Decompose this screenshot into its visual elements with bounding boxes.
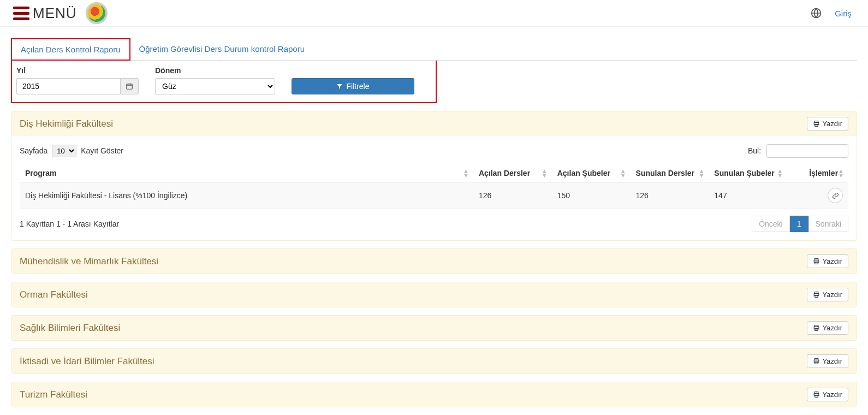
- cell-sunulan-dersler: 126: [631, 182, 709, 209]
- page-1[interactable]: 1: [790, 216, 808, 232]
- page-next[interactable]: Sonraki: [808, 216, 848, 232]
- filter-button[interactable]: Filtrele: [292, 78, 414, 94]
- faculty-panel-expanded: Diş Hekimliği Fakültesi Yazdır Sayfada 1…: [11, 111, 857, 241]
- panel-heading[interactable]: Diş Hekimliği Fakültesi Yazdır: [11, 111, 857, 136]
- sort-icon: ▲▼: [777, 169, 782, 177]
- print-icon: [813, 258, 820, 265]
- print-button[interactable]: Yazdır: [807, 254, 848, 268]
- print-button[interactable]: Yazdır: [807, 321, 848, 335]
- panel-title: Sağlık Bilimleri Fakültesi: [20, 323, 120, 334]
- search-input[interactable]: [766, 144, 848, 158]
- filter-term: Dönem Güz: [155, 66, 275, 94]
- panel-heading[interactable]: Orman Fakültesi Yazdır: [11, 282, 857, 307]
- year-input[interactable]: [16, 78, 120, 94]
- faculty-panel: Orman Fakültesi Yazdır: [11, 282, 857, 307]
- page-length-select[interactable]: 10: [52, 145, 76, 157]
- filter-year: Yıl: [16, 66, 139, 94]
- calendar-icon: [126, 82, 133, 90]
- row-link-button[interactable]: [828, 188, 843, 203]
- panel-title: Orman Fakültesi: [20, 289, 88, 300]
- print-icon: [813, 391, 820, 398]
- cell-program: Diş Hekimliği Fakültesi - Lisans (%100 İ…: [20, 182, 473, 209]
- pagination: Önceki 1 Sonraki: [752, 216, 848, 232]
- cell-actions: [787, 182, 848, 209]
- sort-icon: ▲▼: [542, 169, 546, 177]
- tab-instructor-course-status[interactable]: Öğretim Görevlisi Ders Durum kontrol Rap…: [130, 39, 313, 59]
- globe-icon[interactable]: [811, 8, 822, 19]
- table-row: Diş Hekimliği Fakültesi - Lisans (%100 İ…: [20, 182, 848, 209]
- cell-acilan-dersler: 126: [473, 182, 552, 209]
- datatable-controls: Sayfada 10 Kayıt Göster Bul:: [20, 144, 848, 158]
- print-button[interactable]: Yazdır: [807, 388, 848, 401]
- faculty-panel: Mühendislik ve Mimarlık Fakültesi Yazdır: [11, 248, 857, 274]
- hamburger-icon: [13, 7, 29, 20]
- search-control: Bul:: [748, 144, 848, 158]
- data-table: Program▲▼ Açılan Dersler▲▼ Açılan Şubele…: [20, 164, 848, 209]
- link-icon: [832, 192, 839, 199]
- svg-rect-1: [127, 84, 133, 89]
- col-islemler[interactable]: İşlemler▲▼: [787, 164, 848, 182]
- panel-heading[interactable]: Turizm Fakültesi Yazdır: [11, 382, 857, 407]
- tab-open-course-report[interactable]: Açılan Ders Kontrol Raporu: [11, 38, 130, 61]
- filter-button-label: Filtrele: [346, 82, 369, 91]
- sort-icon: ▲▼: [698, 169, 703, 177]
- col-program[interactable]: Program▲▼: [20, 164, 473, 182]
- tabs-row: Açılan Ders Kontrol Raporu Öğretim Görev…: [11, 38, 857, 61]
- table-footer: 1 Kayıttan 1 - 1 Arası Kayıtlar Önceki 1…: [20, 216, 848, 232]
- login-link[interactable]: Giriş: [835, 9, 852, 18]
- sort-icon: ▲▼: [620, 169, 625, 177]
- year-label: Yıl: [16, 66, 139, 75]
- panel-title: Mühendislik ve Mimarlık Fakültesi: [20, 256, 158, 267]
- print-icon: [813, 324, 820, 331]
- university-logo: [86, 2, 108, 24]
- col-sunulan-dersler[interactable]: Sunulan Dersler▲▼: [631, 164, 709, 182]
- navbar-left: MENÜ: [13, 2, 108, 24]
- filter-bar: Yıl Dönem Güz Filtrele: [11, 61, 437, 103]
- calendar-button[interactable]: [120, 78, 139, 94]
- panel-title: Diş Hekimliği Fakültesi: [20, 118, 113, 129]
- faculty-panel: Sağlık Bilimleri Fakültesi Yazdır: [11, 315, 857, 341]
- navbar-right: Giriş: [811, 8, 863, 19]
- menu-label: MENÜ: [33, 5, 77, 22]
- term-label: Dönem: [155, 66, 275, 75]
- cell-sunulan-subeler: 147: [709, 182, 787, 209]
- col-acilan-subeler[interactable]: Açılan Şubeler▲▼: [552, 164, 631, 182]
- filter-submit: Filtrele: [292, 78, 414, 94]
- term-select[interactable]: Güz: [155, 78, 275, 94]
- panel-heading[interactable]: Sağlık Bilimleri Fakültesi Yazdır: [11, 316, 857, 340]
- print-icon: [813, 120, 820, 127]
- print-button[interactable]: Yazdır: [807, 354, 848, 368]
- faculty-panel: İktisadi ve İdari Bilimler Fakültesi Yaz…: [11, 348, 857, 374]
- panel-heading[interactable]: Mühendislik ve Mimarlık Fakültesi Yazdır: [11, 249, 857, 274]
- panel-title: Turizm Fakültesi: [20, 389, 87, 400]
- panel-title: İktisadi ve İdari Bilimler Fakültesi: [20, 356, 154, 367]
- length-control: Sayfada 10 Kayıt Göster: [20, 145, 123, 157]
- col-acilan-dersler[interactable]: Açılan Dersler▲▼: [473, 164, 552, 182]
- col-sunulan-subeler[interactable]: Sunulan Şubeler▲▼: [709, 164, 787, 182]
- cell-acilan-subeler: 150: [552, 182, 631, 209]
- top-navbar: MENÜ Giriş: [0, 0, 868, 27]
- menu-toggle[interactable]: MENÜ: [13, 5, 77, 22]
- panel-heading[interactable]: İktisadi ve İdari Bilimler Fakültesi Yaz…: [11, 349, 857, 374]
- faculty-panel: Turizm Fakültesi Yazdır: [11, 382, 857, 407]
- page-prev[interactable]: Önceki: [752, 216, 790, 232]
- main-container: Açılan Ders Kontrol Raporu Öğretim Görev…: [0, 38, 868, 415]
- funnel-icon: [336, 83, 343, 90]
- panel-body: Sayfada 10 Kayıt Göster Bul: Program▲▼ A…: [11, 136, 857, 240]
- print-button[interactable]: Yazdır: [807, 117, 848, 131]
- table-info: 1 Kayıttan 1 - 1 Arası Kayıtlar: [20, 220, 119, 228]
- print-icon: [813, 358, 820, 365]
- sort-icon: ▲▼: [838, 169, 843, 177]
- print-button[interactable]: Yazdır: [807, 288, 848, 301]
- sort-icon: ▲▼: [463, 169, 468, 177]
- print-icon: [813, 291, 820, 298]
